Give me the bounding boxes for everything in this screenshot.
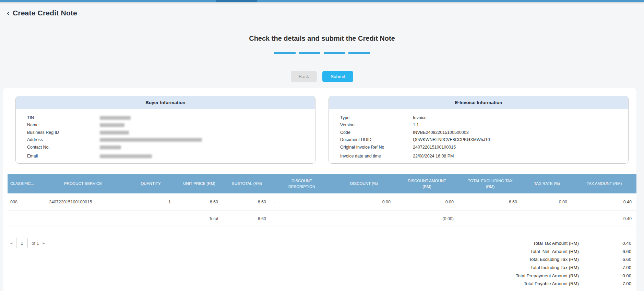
info-row: Document UUIDQ0WKWNRTN9CVE8CCPKGXMW5J10 bbox=[340, 136, 625, 144]
table-cell: 008 bbox=[8, 193, 40, 211]
info-value: Invoice bbox=[413, 115, 427, 120]
info-value: 22/08/2024 16:08 PM bbox=[413, 154, 454, 159]
info-label: Business Reg ID bbox=[27, 130, 100, 135]
redacted-blur-block bbox=[100, 131, 129, 135]
top-accent-bar bbox=[0, 0, 644, 2]
total-cell bbox=[126, 211, 176, 227]
submit-button[interactable]: Submit bbox=[322, 71, 353, 82]
table-cell: 0.00 bbox=[333, 193, 395, 211]
info-row: Address bbox=[27, 136, 312, 144]
buyer-information-title: Buyer Information bbox=[16, 96, 315, 109]
total-cell bbox=[8, 211, 40, 227]
column-header: UNIT PRICE (RM) bbox=[176, 174, 223, 193]
info-row: Original Invoice Ref No24072201510010001… bbox=[340, 143, 625, 151]
summary-value: 0.00 bbox=[579, 273, 631, 278]
summary-label: Total Including Tax (RM) bbox=[530, 265, 579, 270]
back-chevron-icon[interactable]: ‹ bbox=[7, 9, 10, 17]
summary-row: Total_Net_Amount (RM)6.60 bbox=[516, 248, 631, 256]
redacted-value bbox=[100, 145, 121, 150]
info-label: TIN bbox=[27, 115, 100, 120]
info-row: Contact No. bbox=[27, 143, 312, 151]
column-header: DISCOUNT AMOUNT (RM) bbox=[395, 174, 458, 193]
column-header: DISCOUNT (%) bbox=[333, 174, 395, 193]
summary-value: 7.00 bbox=[579, 265, 631, 270]
progress-steps bbox=[274, 52, 370, 54]
table-cell: 6.60 bbox=[223, 193, 271, 211]
info-label: Name bbox=[27, 123, 100, 127]
total-cell: 6.60 bbox=[223, 211, 271, 227]
total-cell bbox=[522, 211, 572, 227]
page-number-input[interactable] bbox=[16, 238, 28, 248]
page-count-label: of 1 bbox=[32, 241, 39, 246]
info-value: INVBE240822015100500003 bbox=[413, 130, 469, 135]
summary-label: Total Tax Amount (RM) bbox=[533, 241, 579, 246]
table-row: 00824072201510010001516.606.60-0.000.006… bbox=[8, 193, 636, 211]
page-title: Create Credit Note bbox=[13, 9, 77, 17]
total-cell: 0.40 bbox=[572, 211, 636, 227]
redacted-blur-block bbox=[100, 116, 131, 120]
summary-label: Total Excluding Tax (RM) bbox=[529, 257, 579, 262]
summary-label: Total Prepayment Amount (RM) bbox=[516, 273, 579, 278]
redacted-value bbox=[100, 154, 152, 159]
info-label: Address bbox=[27, 137, 100, 142]
info-label: Invoice date and time bbox=[340, 154, 413, 159]
info-row: TypeInvoice bbox=[340, 114, 625, 122]
info-row: Business Reg ID bbox=[27, 129, 312, 136]
info-label: Email bbox=[27, 154, 100, 159]
info-value: 240722015100100015 bbox=[413, 145, 456, 150]
info-row: Invoice date and time22/08/2024 16:08 PM bbox=[340, 153, 625, 160]
items-table-total-row: Total6.60(0.00)0.40 bbox=[8, 211, 636, 227]
table-cell: 6.60 bbox=[176, 193, 223, 211]
previous-page-icon[interactable]: ◂ bbox=[10, 241, 12, 245]
info-label: Code bbox=[340, 130, 413, 135]
table-cell: 0.00 bbox=[395, 193, 458, 211]
progress-step bbox=[274, 52, 296, 54]
buyer-info-body: TINNameBusiness Reg IDAddressContact No.… bbox=[16, 109, 315, 160]
summary-value: 0.40 bbox=[579, 241, 631, 246]
table-cell: 240722015100100015 bbox=[40, 193, 126, 211]
summary-value: 7.00 bbox=[579, 281, 631, 286]
info-row: TIN bbox=[27, 114, 312, 122]
total-cell bbox=[271, 211, 333, 227]
summary-label: Total Payable Amount (RM) bbox=[524, 281, 579, 286]
summary-row: Total Tax Amount (RM)0.40 bbox=[516, 239, 631, 248]
summary-value: 6.60 bbox=[579, 249, 631, 254]
table-cell: 6.60 bbox=[458, 193, 522, 211]
info-row: Name bbox=[27, 122, 312, 129]
back-button[interactable]: Back bbox=[291, 71, 317, 82]
column-header: DISCOUNT DESCRIPTION bbox=[271, 174, 333, 193]
column-header: TAX AMOUNT (RM) bbox=[572, 174, 636, 193]
column-header: SUBTOTAL (RM) bbox=[223, 174, 271, 193]
column-header: CLASSIFIC... bbox=[8, 174, 40, 193]
info-value: 1.1 bbox=[413, 123, 419, 127]
items-table-head-row: CLASSIFIC...PRODUCT SERVICEQUANTITYUNIT … bbox=[8, 174, 636, 193]
summary-value: 6.60 bbox=[579, 257, 631, 262]
summary-label: Total_Net_Amount (RM) bbox=[530, 249, 579, 254]
pagination: ◂ of 1 ▸ bbox=[10, 238, 45, 248]
total-cell: (0.00) bbox=[395, 211, 458, 227]
info-value: Q0WKWNRTN9CVE8CCPKGXMW5J10 bbox=[413, 137, 490, 142]
summary-row: Total Payable Amount (RM)7.00 bbox=[516, 280, 631, 288]
info-label: Document UUID bbox=[340, 137, 413, 142]
summary-row: Total Including Tax (RM)7.00 bbox=[516, 264, 631, 272]
progress-step bbox=[348, 52, 370, 54]
action-buttons: Back Submit bbox=[0, 71, 644, 82]
page-title-bar: ‹ Create Credit Note bbox=[7, 9, 77, 17]
column-header: TAX RATE (%) bbox=[522, 174, 572, 193]
redacted-value bbox=[100, 130, 129, 135]
table-cell: 1 bbox=[126, 193, 176, 211]
einvoice-information-panel: E-Invoice Information TypeInvoiceVersion… bbox=[329, 96, 629, 164]
next-page-icon[interactable]: ▸ bbox=[43, 241, 45, 245]
table-cell: 0.00 bbox=[522, 193, 572, 211]
redacted-blur-block bbox=[100, 154, 152, 158]
einvoice-info-body: TypeInvoiceVersion1.1CodeINVBE2408220151… bbox=[329, 109, 628, 160]
info-row: CodeINVBE240822015100500003 bbox=[340, 129, 625, 136]
summary-row: Total Prepayment Amount (RM)0.00 bbox=[516, 271, 631, 280]
column-header: PRODUCT SERVICE bbox=[40, 174, 126, 193]
total-cell: Total bbox=[176, 211, 223, 227]
total-cell bbox=[333, 211, 395, 227]
summary-row: Total Excluding Tax (RM)6.60 bbox=[516, 255, 631, 264]
info-label: Original Invoice Ref No bbox=[340, 145, 413, 150]
info-label: Contact No. bbox=[27, 145, 100, 150]
info-label: Version bbox=[340, 123, 413, 127]
